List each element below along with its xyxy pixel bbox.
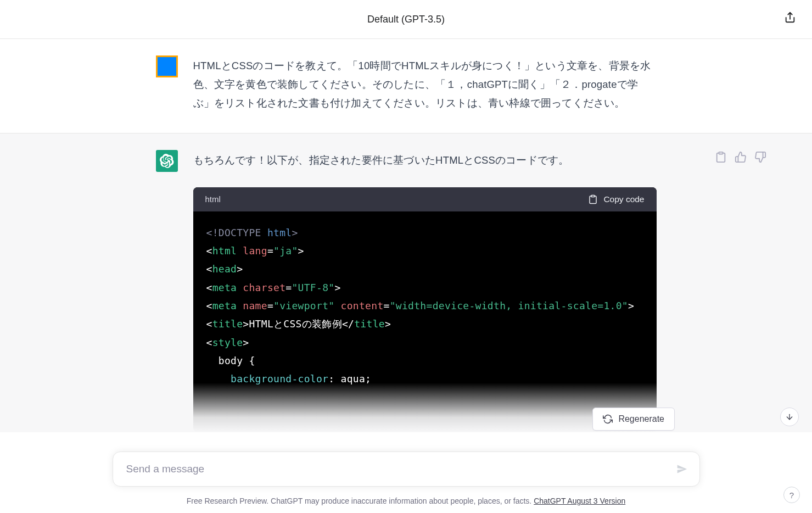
code-header: html Copy code [193, 187, 657, 211]
copy-code-button[interactable]: Copy code [588, 194, 644, 204]
scroll-down-button[interactable] [780, 408, 799, 426]
thumbs-up-icon[interactable] [735, 151, 747, 163]
message-placeholder: Send a message [126, 463, 667, 475]
footer-disclaimer: Free Research Preview. ChatGPT may produ… [0, 497, 812, 505]
regenerate-icon [603, 414, 613, 424]
help-button[interactable]: ? [783, 487, 800, 503]
thumbs-down-icon[interactable] [754, 151, 766, 163]
send-button[interactable] [674, 461, 690, 477]
share-icon [784, 12, 796, 24]
model-title: Default (GPT-3.5) [367, 14, 445, 25]
regenerate-label: Regenerate [618, 414, 664, 424]
user-message: HTMLとCSSのコードを教えて。「10時間でHTMLスキルが身につく！」という… [0, 39, 812, 133]
user-message-text: HTMLとCSSのコードを教えて。「10時間でHTMLスキルが身につく！」という… [193, 57, 657, 113]
code-content: <!DOCTYPE html> <html lang="ja"> <head> … [193, 211, 657, 432]
version-link[interactable]: ChatGPT August 3 Version [534, 497, 625, 505]
svg-rect-2 [719, 152, 723, 154]
clipboard-icon [588, 194, 598, 204]
assistant-intro-text: もちろんです！以下が、指定された要件に基づいたHTMLとCSSのコードです。 [193, 151, 657, 170]
input-area: Send a message Free Research Preview. Ch… [0, 451, 812, 513]
avatar-assistant [156, 150, 178, 172]
chat-scroll[interactable]: HTMLとCSSのコードを教えて。「10時間でHTMLスキルが身につく！」という… [0, 39, 812, 513]
send-icon [676, 464, 687, 475]
header: Default (GPT-3.5) [0, 0, 812, 39]
code-block: html Copy code <!DOCTYPE html> <html lan… [193, 187, 657, 432]
regenerate-button[interactable]: Regenerate [592, 408, 675, 431]
code-language-label: html [205, 194, 221, 204]
assistant-actions [715, 151, 766, 163]
svg-rect-1 [591, 195, 595, 197]
help-label: ? [789, 490, 794, 500]
openai-logo-icon [160, 154, 174, 168]
copy-code-label: Copy code [603, 194, 644, 204]
avatar-user [156, 55, 178, 77]
arrow-down-icon [785, 412, 794, 421]
share-button[interactable] [782, 10, 798, 25]
assistant-message: もちろんです！以下が、指定された要件に基づいたHTMLとCSSのコードです。 h… [0, 133, 812, 432]
clipboard-icon[interactable] [715, 151, 727, 163]
message-input[interactable]: Send a message [113, 451, 700, 487]
